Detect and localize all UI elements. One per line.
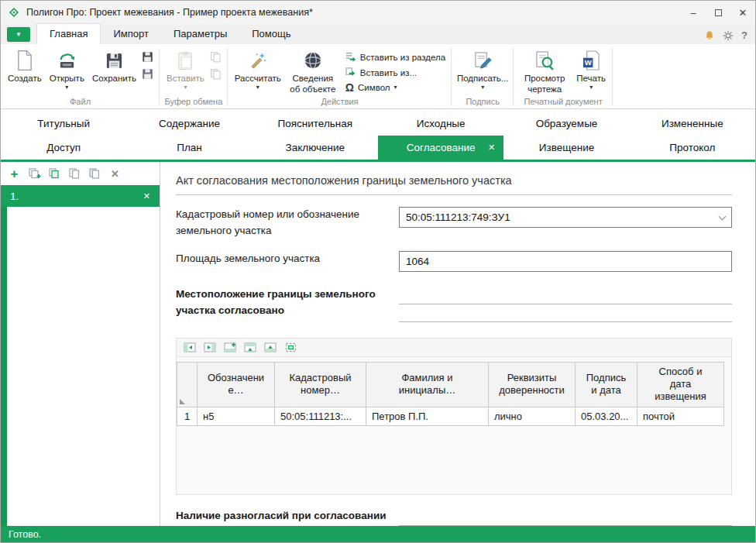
record-list-item[interactable]: 1. ✕ (1, 185, 160, 207)
create-button-label: Создать (8, 74, 42, 84)
tab-obrazuemye[interactable]: Образуемые (503, 112, 629, 136)
move-row-down-icon[interactable] (263, 341, 277, 353)
insert-from-section-button[interactable]: Вставить из раздела (345, 51, 445, 64)
table-toolbar (177, 339, 731, 357)
sidebar-toolbar: + (1, 162, 160, 185)
insert-from-button[interactable]: Вставить из... (345, 67, 445, 79)
section-tab-row-2: Доступ План Заключение Согласование ✕ Из… (1, 136, 755, 160)
copy-record-icon[interactable] (68, 167, 81, 180)
cell-cadastral[interactable]: 50:05:111213:... (275, 407, 366, 425)
ribbon-tab-help[interactable]: Помощь (239, 24, 303, 44)
app-menu-button[interactable]: ▼ (7, 27, 30, 42)
agreed-row: Местоположение границы земельного участк… (176, 287, 732, 322)
tab-soderzhanie[interactable]: Содержание (126, 112, 252, 136)
add-row-copy-icon[interactable] (223, 341, 237, 353)
symbol-button-label: Символ (358, 83, 390, 92)
col-header-credentials[interactable]: Реквизиты доверенности (489, 362, 576, 407)
tab-plan[interactable]: План (126, 136, 252, 160)
ribbon-tab-import[interactable]: Импорт (101, 24, 160, 44)
app-window: Полигон Про: Проект межевания - Пример п… (0, 0, 756, 543)
ribbon-tab-options[interactable]: Параметры (161, 24, 239, 44)
copy-special-icon[interactable] (209, 67, 222, 81)
app-logo-icon (7, 5, 21, 19)
save-icon (105, 49, 123, 72)
save-as-button[interactable] (141, 67, 154, 81)
chevron-down-icon: ▾ (394, 84, 397, 91)
tab-soglasovanie[interactable]: Согласование ✕ (378, 136, 503, 160)
create-button[interactable]: Создать (4, 46, 46, 85)
insert-row-below-icon[interactable] (203, 341, 217, 353)
object-info-button[interactable]: Сведения об объекте (285, 46, 341, 96)
area-input[interactable] (399, 251, 732, 272)
move-row-up-icon[interactable] (243, 341, 257, 353)
area-row: Площадь земельного участка (176, 251, 732, 272)
symbol-button[interactable]: Ω Символ ▾ (345, 82, 445, 93)
row-number-cell[interactable]: 1 (177, 407, 198, 425)
word-document-icon: W (582, 49, 600, 72)
minimize-button[interactable]: – (681, 1, 706, 24)
col-header-signature[interactable]: Подпись и дата (576, 362, 637, 407)
section-tab-bar: Титульный Содержание Пояснительная Исход… (1, 109, 755, 162)
add-record-icon[interactable]: + (8, 167, 21, 180)
cadastral-number-row: Кадастровый номер или обозначение земель… (176, 207, 732, 239)
fit-columns-icon[interactable] (284, 341, 297, 353)
drawing-preview-button[interactable]: Просмотр чертежа (517, 46, 572, 96)
cell-signature[interactable]: 05.03.20... (576, 407, 637, 425)
sign-button[interactable]: Подписать... ▾ (455, 46, 510, 92)
group-label-clipboard: Буфер обмена (163, 96, 225, 108)
cell-credentials[interactable]: лично (489, 407, 576, 425)
paste-button[interactable]: Вставить ▾ (163, 46, 208, 92)
open-button[interactable]: Открыть ▾ (46, 46, 88, 92)
col-header-cadastral[interactable]: Кадастровый номер… (275, 362, 366, 407)
tab-dostup[interactable]: Доступ (1, 136, 126, 160)
ribbon-right-icons: ? (704, 29, 755, 44)
sidebar-scrollbar[interactable] (1, 207, 7, 530)
cell-notification[interactable]: почтой (637, 407, 724, 425)
save-button-label: Сохранить (92, 74, 136, 84)
maximize-button[interactable] (706, 1, 730, 24)
globe-info-icon (303, 49, 323, 72)
tab-protokol[interactable]: Протокол (630, 136, 755, 160)
table-row: 1 н5 50:05:111213:... Петров П.П. лично … (177, 407, 724, 425)
tab-izveshchenie[interactable]: Извещение (503, 136, 629, 160)
duplicate-record-icon[interactable] (48, 167, 61, 180)
add-copy-icon[interactable] (28, 167, 41, 180)
title-bar: Полигон Про: Проект межевания - Пример п… (1, 1, 755, 24)
cadastral-number-combo[interactable] (399, 207, 732, 228)
tab-iskhodnye[interactable]: Исходные (378, 112, 503, 136)
delete-record-icon[interactable]: ✕ (108, 167, 122, 180)
col-header-designation[interactable]: Обозначение… (198, 362, 275, 407)
save-button[interactable]: Сохранить (88, 46, 140, 85)
cell-designation[interactable]: н5 (198, 407, 275, 425)
row-number-header[interactable] (177, 362, 198, 407)
col-header-notification[interactable]: Способ и дата извещения (637, 362, 724, 407)
form-panel: Акт согласования местоположения границы … (160, 162, 755, 530)
save-all-button[interactable] (141, 50, 154, 64)
ribbon-tab-main[interactable]: Главная (36, 23, 101, 44)
settings-gear-icon[interactable] (723, 30, 734, 41)
insert-row-above-icon[interactable] (183, 341, 197, 353)
tab-zaklyuchenie[interactable]: Заключение (253, 136, 378, 160)
area-label: Площадь земельного участка (176, 251, 399, 267)
col-header-name[interactable]: Фамилия и инициалы… (366, 362, 489, 407)
tab-izmenennye[interactable]: Измененные (630, 112, 755, 136)
tab-poyasnitelnaya[interactable]: Пояснительная (253, 112, 378, 136)
agreed-line-1 (399, 287, 732, 304)
ribbon-tab-strip: ▼ Главная Импорт Параметры Помощь (1, 24, 755, 44)
tab-soglasovanie-label: Согласование (407, 142, 476, 153)
tab-titulny[interactable]: Титульный (1, 112, 126, 136)
notifications-bell-icon[interactable] (704, 30, 715, 41)
help-icon[interactable]: ? (741, 29, 747, 41)
paste-record-icon[interactable] (88, 167, 101, 180)
area-field[interactable] (399, 251, 732, 272)
record-close-icon[interactable]: ✕ (143, 191, 150, 201)
cadastral-number-input[interactable] (399, 207, 732, 228)
cell-name[interactable]: Петров П.П. (366, 407, 489, 425)
copy-icon[interactable] (209, 50, 222, 64)
cadastral-number-label: Кадастровый номер или обозначение земель… (176, 207, 399, 239)
print-button[interactable]: W Печать ▾ (572, 46, 610, 92)
tab-close-icon[interactable]: ✕ (488, 143, 495, 153)
close-button[interactable]: ✕ (730, 1, 755, 24)
calculate-button[interactable]: Рассчитать ▾ (231, 46, 285, 92)
insert-from-section-label: Вставить из раздела (360, 53, 445, 62)
